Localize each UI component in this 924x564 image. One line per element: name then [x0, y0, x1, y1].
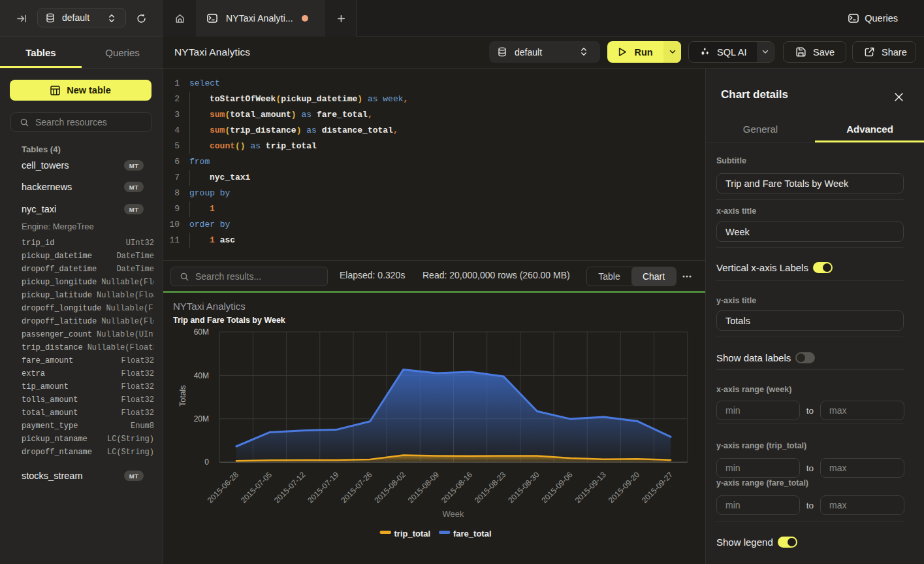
- svg-text:2015-09-20: 2015-09-20: [607, 470, 642, 505]
- svg-text:Week: Week: [443, 509, 464, 519]
- svg-text:2015-08-09: 2015-08-09: [406, 470, 441, 505]
- svg-text:2015-08-30: 2015-08-30: [506, 470, 541, 505]
- svg-text:NYTaxi Analytics: NYTaxi Analytics: [173, 301, 246, 312]
- svg-text:2015-07-19: 2015-07-19: [306, 470, 341, 505]
- svg-text:20M: 20M: [194, 414, 209, 423]
- svg-text:trip_total: trip_total: [394, 529, 431, 539]
- svg-text:2015-08-23: 2015-08-23: [473, 470, 508, 505]
- svg-text:60M: 60M: [194, 327, 209, 337]
- svg-text:2015-07-26: 2015-07-26: [339, 470, 374, 505]
- svg-text:Trip and Fare Totals by Week: Trip and Fare Totals by Week: [173, 316, 285, 325]
- svg-text:Totals: Totals: [179, 385, 188, 406]
- svg-text:2015-07-12: 2015-07-12: [272, 470, 308, 505]
- svg-text:2015-09-27: 2015-09-27: [640, 470, 675, 505]
- svg-text:2015-09-06: 2015-09-06: [539, 470, 575, 505]
- svg-text:fare_total: fare_total: [453, 529, 492, 539]
- svg-text:40M: 40M: [194, 371, 209, 380]
- svg-text:2015-06-28: 2015-06-28: [206, 470, 241, 505]
- svg-text:2015-07-05: 2015-07-05: [239, 470, 274, 505]
- svg-text:0: 0: [204, 457, 209, 467]
- svg-text:2015-09-13: 2015-09-13: [573, 470, 609, 505]
- svg-text:2015-08-16: 2015-08-16: [439, 470, 475, 505]
- svg-text:2015-08-02: 2015-08-02: [373, 470, 408, 505]
